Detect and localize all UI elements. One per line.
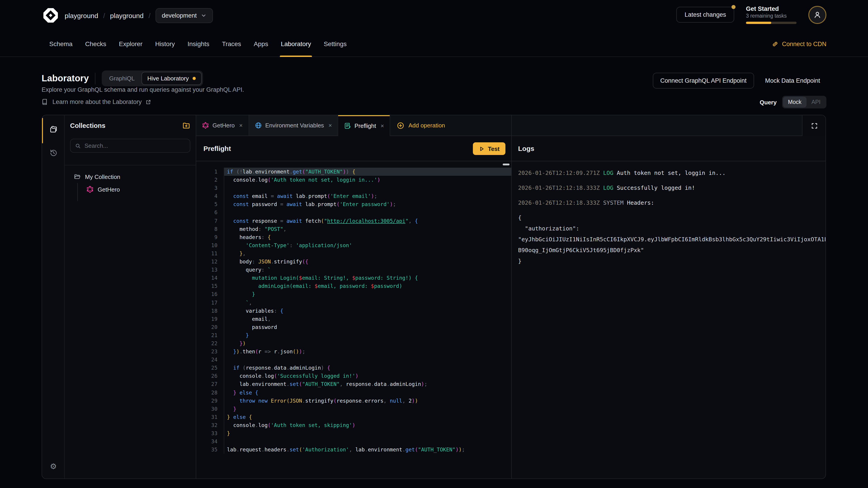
status-dot [192, 77, 195, 80]
search-input[interactable] [85, 142, 185, 149]
close-icon[interactable]: × [381, 122, 384, 129]
code-line[interactable]: 24 [196, 356, 511, 364]
code-line[interactable]: 13 query: ` [196, 266, 511, 274]
code-line[interactable]: 22 }) [196, 339, 511, 348]
code-line[interactable]: 19 email, [196, 315, 511, 323]
play-icon [479, 146, 485, 152]
toggle-hive-laboratory[interactable]: Hive Laboratory [142, 72, 202, 85]
nav-item-apps[interactable]: Apps [248, 31, 275, 57]
new-collection-button[interactable] [182, 122, 190, 130]
logs-column: Logs 2026-01-26T12:12:09.271Z LOG Auth t… [511, 115, 826, 479]
fullscreen-button[interactable] [802, 115, 826, 136]
code-line[interactable]: 8 method: "POST", [196, 225, 511, 233]
mock-data-endpoint-button[interactable]: Mock Data Endpoint [759, 73, 827, 88]
code-line[interactable]: 2 console.log('Auth token not set, loggi… [196, 176, 511, 184]
code-line[interactable]: 10 'Content-Type': 'application/json' [196, 241, 511, 250]
mode-option-api[interactable]: API [807, 97, 826, 107]
code-line[interactable]: 33} [196, 429, 511, 437]
editor-header: Preflight Test [196, 136, 511, 161]
nav-item-laboratory[interactable]: Laboratory [274, 31, 317, 57]
main-nav: SchemaChecksExplorerHistoryInsightsTrace… [0, 31, 868, 57]
collections-pane: Collections [65, 115, 196, 479]
code-line[interactable]: 32 console.log('Auth token set, skipping… [196, 421, 511, 429]
add-operation-button[interactable]: Add operation [391, 115, 452, 135]
target-select[interactable]: development [156, 8, 213, 23]
code-line[interactable]: 20 password [196, 323, 511, 331]
code-line[interactable]: 34 [196, 437, 511, 446]
hive-logo-icon[interactable] [41, 6, 60, 24]
code-line[interactable]: 23 }).then(r => r.json()); [196, 348, 511, 356]
code-line[interactable]: 4 const email = await lab.prompt('Enter … [196, 192, 511, 200]
code-line[interactable]: 26 console.log('Successfully logged in!'… [196, 372, 511, 380]
graphql-icon [202, 122, 209, 129]
tab-environment-variables[interactable]: Environment Variables × [249, 115, 338, 135]
code-line[interactable]: 35lab.request.headers.set('Authorization… [196, 446, 511, 454]
breadcrumb-org[interactable]: playground [65, 11, 98, 19]
code-line[interactable]: 21 } [196, 331, 511, 339]
graphql-icon [86, 186, 94, 193]
code-line[interactable]: 15 adminLogin(email: $email, password: $… [196, 282, 511, 290]
code-line[interactable]: 17 `, [196, 298, 511, 306]
nav-item-explorer[interactable]: Explorer [113, 31, 149, 57]
logs-header: Logs [512, 136, 826, 161]
breadcrumb-project[interactable]: playground [110, 11, 144, 19]
collections-icon[interactable] [42, 125, 65, 134]
nav-item-schema[interactable]: Schema [43, 31, 79, 57]
learn-more-link[interactable]: Learn more about the Laboratory [41, 98, 151, 105]
test-button[interactable]: Test [473, 142, 505, 155]
get-started-widget[interactable]: Get Started 3 remaining tasks [746, 5, 797, 24]
code-line[interactable]: 9 headers: { [196, 233, 511, 241]
script-icon [344, 122, 351, 129]
code-line[interactable]: 30 } [196, 404, 511, 413]
latest-changes-button[interactable]: Latest changes [677, 7, 734, 23]
code-line[interactable]: 11 }, [196, 250, 511, 258]
close-icon[interactable]: × [329, 122, 332, 129]
code-line[interactable]: 3 [196, 184, 511, 192]
nav-item-insights[interactable]: Insights [181, 31, 216, 57]
folder-plus-icon [182, 122, 190, 130]
nav-items: SchemaChecksExplorerHistoryInsightsTrace… [43, 31, 353, 57]
log-entry: 2026-01-26T12:12:18.333Z LOG Successfull… [518, 183, 826, 193]
code-line[interactable]: 28 } else { [196, 388, 511, 396]
code-line[interactable]: 27 lab.environment.set("AUTH_TOKEN", res… [196, 380, 511, 388]
connect-cdn-link[interactable]: Connect to CDN [772, 31, 827, 57]
collection-folder-row[interactable]: My Collection [65, 170, 196, 183]
gear-icon[interactable]: ⚙ [42, 462, 65, 471]
code-line[interactable]: 31} else { [196, 413, 511, 421]
nav-item-checks[interactable]: Checks [79, 31, 113, 57]
code-line[interactable]: 6 [196, 208, 511, 217]
collection-operation-row[interactable]: GetHero [65, 183, 196, 196]
code-line[interactable]: 14 mutation Login($email: String!, $pass… [196, 274, 511, 282]
connect-graphql-endpoint-button[interactable]: Connect GraphQL API Endpoint [653, 73, 754, 89]
code-line[interactable]: 12 body: JSON.stringify({ [196, 258, 511, 266]
top-bar: playground / playground / development La… [0, 0, 868, 31]
close-icon[interactable]: × [239, 122, 243, 129]
history-icon[interactable] [42, 149, 65, 157]
nav-item-history[interactable]: History [149, 31, 181, 57]
nav-item-traces[interactable]: Traces [216, 31, 248, 57]
collections-search[interactable] [70, 139, 190, 153]
code-line[interactable]: 25 if (response.data.adminLogin) { [196, 364, 511, 372]
tab-preflight[interactable]: Preflight × [338, 115, 391, 136]
tab-gethero[interactable]: GetHero × [196, 115, 249, 135]
avatar[interactable] [808, 6, 827, 24]
code-line[interactable]: 1if (!lab.environment.get("AUTH_TOKEN"))… [196, 168, 511, 176]
ui-toggle: GraphiQL Hive Laboratory [102, 70, 203, 86]
code-line[interactable]: 29 throw new Error(JSON.stringify(respon… [196, 396, 511, 404]
mode-option-mock[interactable]: Mock [783, 97, 807, 107]
get-started-subtitle: 3 remaining tasks [746, 13, 797, 19]
mode-row: Query Mock API [760, 96, 827, 108]
laboratory-panel: ⚙ Collections [41, 115, 826, 479]
code-line[interactable]: 18 variables: { [196, 306, 511, 315]
breadcrumb-separator: / [103, 11, 105, 19]
divider [65, 165, 196, 165]
code-line[interactable]: 5 const password = await lab.prompt('Ent… [196, 200, 511, 208]
log-entries[interactable]: 2026-01-26T12:12:09.271Z LOG Auth token … [512, 161, 826, 479]
editor-scrollbar-thumb[interactable] [503, 164, 509, 165]
code-editor[interactable]: 1if (!lab.environment.get("AUTH_TOKEN"))… [196, 161, 511, 479]
nav-item-settings[interactable]: Settings [317, 31, 353, 57]
code-line[interactable]: 7 const response = await fetch("http://l… [196, 217, 511, 225]
code-line[interactable]: 16 } [196, 290, 511, 298]
log-json-line: { [518, 213, 826, 223]
toggle-graphiql[interactable]: GraphiQL [103, 72, 141, 85]
